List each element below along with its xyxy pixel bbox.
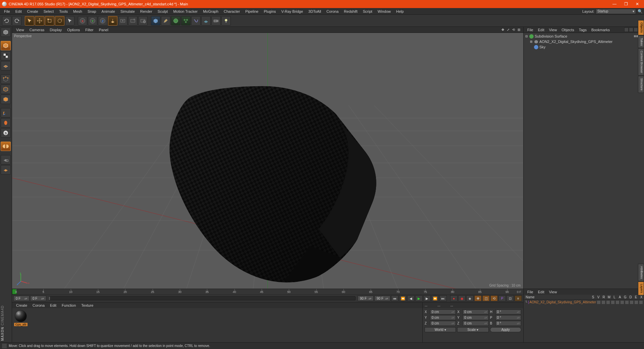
search-icon[interactable]: 🔍 [637, 9, 643, 14]
tab-structure[interactable]: Structure [638, 76, 644, 93]
tree-expand-icon[interactable]: ⊞ [530, 40, 533, 43]
preview-start-field[interactable]: 0 F▵▿ [30, 296, 46, 301]
range-end-field[interactable]: 90 F▵▿ [374, 296, 390, 301]
menu-mesh[interactable]: Mesh [70, 9, 85, 14]
deformer-button[interactable] [191, 16, 201, 26]
coord-size-field[interactable]: 0 cm▵▿ [463, 309, 488, 314]
autokey-button[interactable]: ◉ [458, 295, 466, 301]
vp-nav3-icon[interactable]: ⟲ [511, 28, 516, 32]
viewport[interactable]: Perspective [12, 33, 523, 289]
menu-edit[interactable]: Edit [13, 9, 24, 14]
vp-nav4-icon[interactable]: ⊞ [517, 28, 521, 32]
menu-mograph[interactable]: MoGraph [200, 9, 221, 14]
tab-attributes[interactable]: Attributes [638, 264, 644, 281]
vp-nav2-icon[interactable]: ⤢ [506, 28, 511, 32]
vm-display[interactable]: Display [47, 28, 64, 32]
tab-content-browser[interactable]: Content Browser [638, 48, 644, 76]
obj-menu-edit[interactable]: Edit [536, 28, 547, 32]
mat-menu-create[interactable]: Create [13, 303, 30, 308]
coord-size-field[interactable]: 0 cm▵▿ [463, 315, 488, 320]
workplane-snap-button[interactable] [1, 142, 11, 151]
layout-select[interactable]: Startup▾ [596, 9, 636, 14]
floor-button[interactable] [201, 16, 211, 26]
array-button[interactable] [181, 16, 191, 26]
mat-menu-function[interactable]: Function [59, 303, 78, 308]
polygons-mode-button[interactable] [1, 95, 11, 104]
menu-plugins[interactable]: Plugins [261, 9, 278, 14]
keyframe-sel-button[interactable]: ◈ [466, 295, 474, 301]
points-mode-button[interactable] [1, 74, 11, 84]
material-thumbnail[interactable]: Gps_alti [14, 310, 28, 326]
move-tool[interactable] [35, 16, 44, 26]
render-view-button[interactable] [118, 16, 127, 26]
render-settings-button[interactable] [138, 16, 148, 26]
tab-takes[interactable]: Takes [638, 36, 644, 48]
tree-expand-icon[interactable]: ⊟ [525, 35, 528, 38]
menu-corona[interactable]: Corona [324, 9, 341, 14]
layer-row[interactable]: └ AON2_X2_Digital_Skydiving_GPS_Altimete… [524, 300, 644, 305]
rot-key-button[interactable]: ⟲ [490, 295, 498, 301]
rotate-tool[interactable] [55, 16, 64, 26]
snap-button[interactable]: S [1, 128, 11, 138]
menu-select[interactable]: Select [41, 9, 57, 14]
menu-vraybridge[interactable]: V-Ray Bridge [279, 9, 306, 14]
prev-frame-button[interactable]: ◀ [407, 295, 415, 301]
obj-menu-view[interactable]: View [547, 28, 559, 32]
cube-primitive[interactable] [151, 16, 160, 26]
coord-system-button[interactable] [108, 16, 117, 26]
menu-motiontracker[interactable]: Motion Tracker [170, 9, 200, 14]
menu-render[interactable]: Render [138, 9, 155, 14]
tab-objects[interactable]: Objects [638, 20, 644, 35]
menu-redshift[interactable]: Redshift [341, 9, 360, 14]
obj-menu-file[interactable]: File [525, 28, 536, 32]
pla-key-button[interactable]: ⊡ [506, 295, 514, 301]
last-tool[interactable] [65, 16, 74, 26]
layer-menu-edit[interactable]: Edit [536, 290, 547, 294]
timeline-scroll[interactable] [48, 296, 356, 300]
obj-search-icon[interactable] [624, 28, 629, 32]
pen-tool[interactable] [161, 16, 170, 26]
light-button[interactable] [221, 16, 231, 26]
scale-key-button[interactable]: ◫ [482, 295, 490, 301]
menu-help[interactable]: Help [393, 9, 407, 14]
menu-character[interactable]: Character [221, 9, 243, 14]
object-tree-row[interactable]: ⊟Subdivision Surface✓ [524, 34, 644, 39]
menu-simulate[interactable]: Simulate [118, 9, 138, 14]
coord-pos-field[interactable]: 0 cm▵▿ [430, 315, 456, 320]
range-start-field[interactable]: 0 F▵▿ [13, 296, 30, 301]
render-pic-button[interactable] [128, 16, 138, 26]
vm-view[interactable]: View [13, 28, 27, 32]
workplane-button[interactable] [1, 61, 11, 70]
obj-filter-icon[interactable] [634, 28, 638, 32]
menu-pipeline[interactable]: Pipeline [243, 9, 261, 14]
maximize-button[interactable]: ❐ [623, 1, 629, 7]
coord-world-select[interactable]: World ▾ [425, 327, 456, 332]
redo-button[interactable] [12, 16, 21, 26]
object-tree-row[interactable]: Sky [524, 44, 644, 50]
menu-3dtoall[interactable]: 3DToAll [306, 9, 324, 14]
coord-pos-field[interactable]: 0 cm▵▿ [430, 309, 456, 314]
coord-apply-button[interactable]: Apply [490, 327, 521, 332]
obj-menu-bookmarks[interactable]: Bookmarks [589, 28, 612, 32]
next-key-button[interactable]: ⏩ [431, 295, 439, 301]
vm-filter[interactable]: Filter [83, 28, 96, 32]
menu-tools[interactable]: Tools [56, 9, 70, 14]
play-button[interactable]: ▶ [415, 295, 423, 301]
mat-menu-edit[interactable]: Edit [47, 303, 59, 308]
coord-size-field[interactable]: 0 cm▵▿ [463, 321, 488, 326]
menu-window[interactable]: Window [375, 9, 393, 14]
menu-sculpt[interactable]: Sculpt [155, 9, 171, 14]
obj-menu-objects[interactable]: Objects [559, 28, 576, 32]
menu-snap[interactable]: Snap [85, 9, 99, 14]
subdiv-button[interactable] [171, 16, 180, 26]
vm-panel[interactable]: Panel [96, 28, 111, 32]
preview-end-field[interactable]: 90 F▵▿ [358, 296, 374, 301]
live-select-tool[interactable] [25, 16, 34, 26]
coord-rot-field[interactable]: 0 °▵▿ [495, 321, 521, 326]
vp-nav1-icon[interactable]: ✥ [500, 28, 505, 32]
texture-mode-button[interactable] [1, 51, 11, 60]
obj-path-icon[interactable] [629, 28, 633, 32]
planar-workplane-button[interactable] [1, 165, 11, 174]
vm-cameras[interactable]: Cameras [27, 28, 47, 32]
menu-create[interactable]: Create [24, 9, 41, 14]
